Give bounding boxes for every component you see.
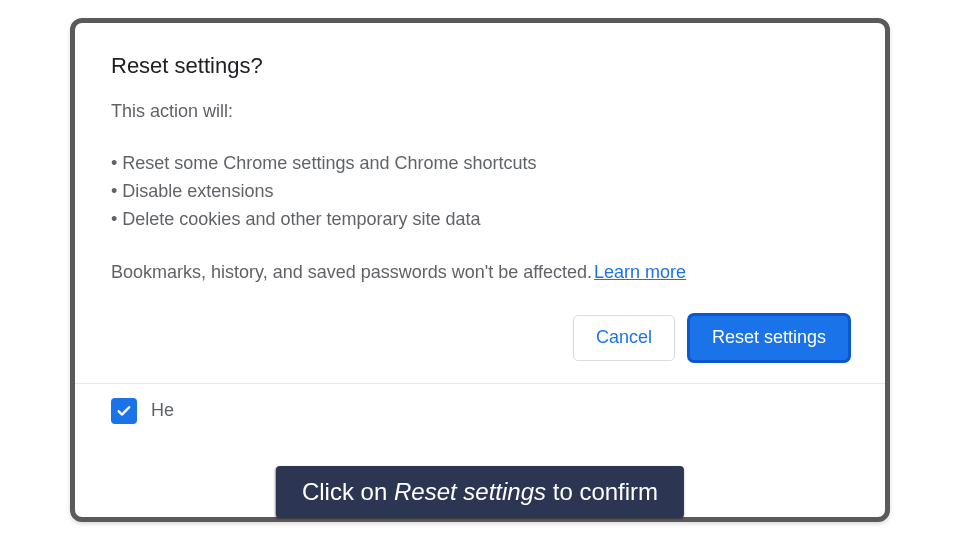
caption-em: Reset settings [394,478,546,505]
learn-more-link[interactable]: Learn more [594,262,686,282]
dialog-body: Reset settings? This action will: • Rese… [75,23,885,305]
cancel-button[interactable]: Cancel [573,315,675,361]
dialog-footnote-row: Bookmarks, history, and saved passwords … [111,262,849,283]
dialog-frame: Reset settings? This action will: • Rese… [70,18,890,522]
bullet-text: Delete cookies and other temporary site … [122,209,480,229]
bullet-text: Reset some Chrome settings and Chrome sh… [122,153,536,173]
dialog-title: Reset settings? [111,53,849,79]
dialog-intro: This action will: [111,101,849,122]
bullet-item: • Delete cookies and other temporary sit… [111,206,849,234]
caption-pre: Click on [302,478,394,505]
button-row: Cancel Reset settings [75,305,885,383]
check-icon [115,402,133,420]
reset-settings-button[interactable]: Reset settings [689,315,849,361]
footer-checkbox-label: He [151,400,174,421]
bullet-text: Disable extensions [122,181,273,201]
footer-row: He [75,384,885,438]
help-improve-checkbox[interactable] [111,398,137,424]
bullet-item: • Disable extensions [111,178,849,206]
dialog-bullets: • Reset some Chrome settings and Chrome … [111,150,849,234]
bullet-item: • Reset some Chrome settings and Chrome … [111,150,849,178]
caption-post: to confirm [546,478,658,505]
instruction-caption: Click on Reset settings to confirm [276,466,684,518]
dialog-footnote: Bookmarks, history, and saved passwords … [111,262,592,282]
